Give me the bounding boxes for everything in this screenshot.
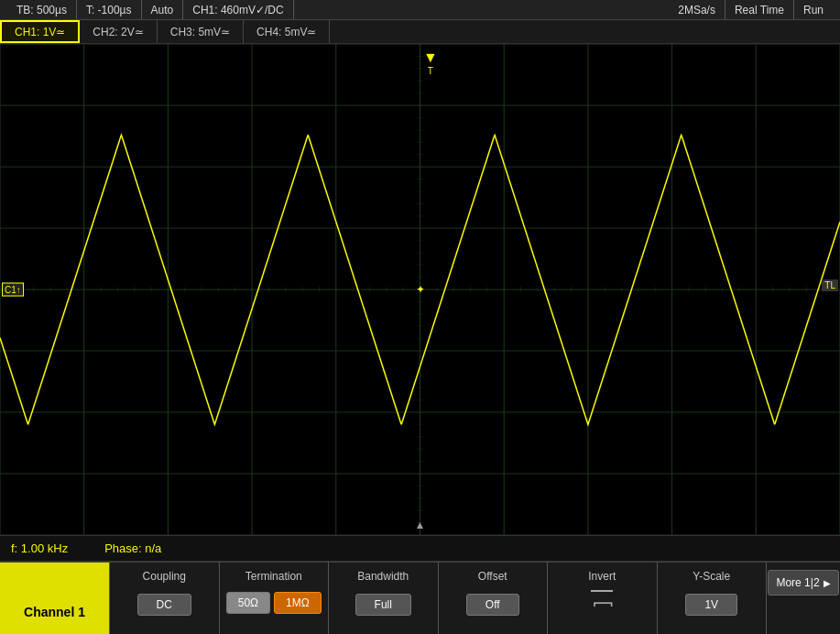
- more-group: More 1|2 ▶: [767, 563, 840, 634]
- channel-tabs-bar: CH1: 1V≃ CH2: 2V≃ CH3: 5mV≃ CH4: 5mV≃: [0, 20, 840, 44]
- invert-group: Invert ⌐¬: [548, 563, 658, 634]
- center-crosshair-marker: ✦: [416, 283, 425, 296]
- trigger-arrow: ▼ T: [423, 49, 438, 76]
- invert-bar-top: [591, 590, 613, 592]
- channel-4-tab[interactable]: CH4: 5mV≃: [244, 20, 330, 43]
- bandwidth-group: Bandwidth Full: [329, 563, 439, 634]
- timebase-display: TB: 500µs: [7, 0, 77, 19]
- channel1-name-label: Channel 1: [24, 605, 85, 619]
- channel-3-tab[interactable]: CH3: 5mV≃: [158, 20, 244, 43]
- oscilloscope-display: C1↑ TL ▼ T ✦ ▲: [0, 44, 840, 536]
- tl-right-marker: TL: [822, 279, 838, 291]
- channel-2-tab[interactable]: CH2: 2V≃: [80, 20, 157, 43]
- yscale-label: Y-Scale: [693, 570, 730, 583]
- offset-label: Offset: [478, 570, 507, 583]
- controls-row: Channel 1 Coupling DC Termination 50Ω 1M…: [0, 562, 840, 634]
- measurement-info-bar: f: 1.00 kHz Phase: n/a: [0, 536, 840, 562]
- invert-waveform-icon: ⌐¬: [593, 593, 611, 615]
- yscale-button[interactable]: 1V: [685, 594, 737, 616]
- bandwidth-button[interactable]: Full: [355, 594, 411, 616]
- coupling-label: Coupling: [143, 570, 186, 583]
- top-status-bar: TB: 500µs T: -100µs Auto CH1: 460mV✓/DC …: [0, 0, 840, 20]
- sample-rate-display: 2MSa/s: [669, 0, 725, 19]
- frequency-display: f: 1.00 kHz: [11, 541, 68, 555]
- bottom-controls-area: Channel 1 Coupling DC Termination 50Ω 1M…: [0, 562, 840, 634]
- termination-50-button[interactable]: 50Ω: [226, 592, 270, 614]
- more-button[interactable]: More 1|2 ▶: [768, 570, 838, 596]
- yscale-group: Y-Scale 1V: [658, 563, 768, 634]
- offset-group: Offset Off: [439, 563, 549, 634]
- offset-button[interactable]: Off: [466, 594, 519, 616]
- trigger-time-display: T: -100µs: [77, 0, 142, 19]
- channel-1-tab[interactable]: CH1: 1V≃: [0, 20, 80, 43]
- termination-btn-row: 50Ω 1MΩ: [226, 592, 322, 614]
- termination-label: Termination: [245, 570, 302, 583]
- ch1-left-marker: C1↑: [2, 283, 24, 297]
- channel1-label-group: Channel 1: [0, 563, 110, 634]
- phase-display: Phase: n/a: [104, 541, 161, 555]
- trigger-mode-display: Auto: [142, 0, 184, 19]
- coupling-button[interactable]: DC: [137, 594, 191, 616]
- invert-label: Invert: [588, 570, 616, 583]
- termination-1m-button[interactable]: 1MΩ: [274, 592, 322, 614]
- coupling-group: Coupling DC: [110, 563, 220, 634]
- realtime-display: Real Time: [725, 0, 794, 19]
- termination-group: Termination 50Ω 1MΩ: [220, 563, 330, 634]
- run-status-display: Run: [794, 0, 833, 19]
- ch1-probe-display: CH1: 460mV✓/DC: [183, 0, 293, 19]
- bandwidth-label: Bandwidth: [357, 570, 409, 583]
- bottom-trigger-marker: ▲: [415, 519, 426, 531]
- more-arrow-icon: ▶: [824, 578, 831, 588]
- invert-symbol: ⌐¬: [591, 590, 613, 615]
